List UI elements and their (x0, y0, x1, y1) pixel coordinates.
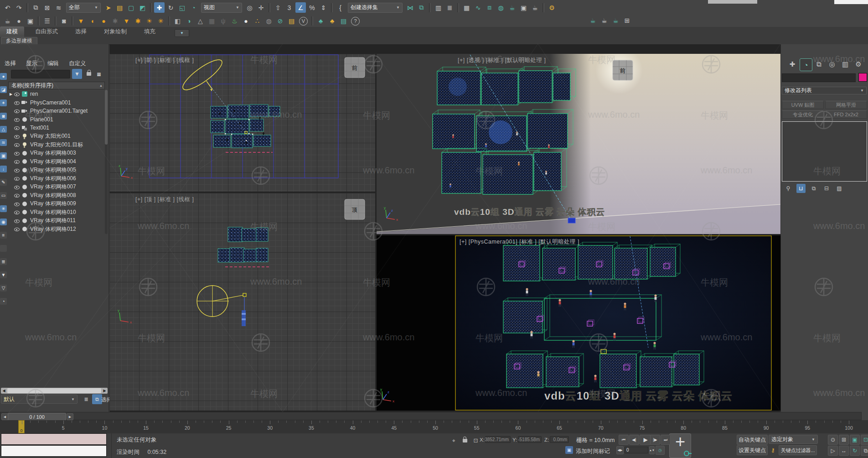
explorer-menu-选择[interactable]: 选择 (5, 60, 16, 68)
viewcube[interactable]: 前 (613, 60, 633, 80)
show-end-result-icon[interactable]: ⊔ (796, 184, 806, 193)
x-field[interactable]: 3852.71mm (485, 436, 511, 443)
isolate-selection-icon[interactable]: ⌖ (450, 436, 458, 445)
filter-containers-icon[interactable]: ▭ (0, 192, 7, 199)
select-manipulate-icon[interactable]: ✛ (256, 2, 266, 13)
align-icon[interactable]: ⧉ (416, 2, 427, 13)
vray-light-ies-icon[interactable]: ▼ (121, 16, 132, 26)
spinner-snap-icon[interactable]: ⇕ (318, 2, 329, 13)
list-item[interactable]: VRay 太阳光001 (8, 132, 105, 141)
zoom-icon[interactable]: ⊙ (828, 435, 838, 445)
render-setup-icon[interactable]: ☕ (507, 2, 517, 13)
viewport-top[interactable]: 顶xy [+] [顶 ] [标准 ] [线框 ] (109, 193, 375, 411)
visibility-eye-icon[interactable] (14, 133, 20, 139)
explorer-menu-显示[interactable]: 显示 (26, 60, 37, 68)
filter-xref-icon[interactable]: ↓ (0, 166, 7, 172)
named-selection-dropdown[interactable]: 创建选择集▼ (348, 3, 403, 13)
ribbon-tab-建模[interactable]: 建模 (0, 26, 24, 37)
visibility-eye-icon[interactable] (14, 209, 20, 215)
tab-polygon-modeling[interactable]: 多边形建模 (1, 37, 37, 44)
ribbon-tab-选择[interactable]: 选择 (69, 26, 93, 37)
list-item[interactable]: VRay 体积网格009 (8, 200, 105, 208)
select-rotate-icon[interactable]: ↻ (165, 2, 176, 13)
visibility-eye-icon[interactable] (14, 226, 20, 232)
y-field[interactable]: -5185.58m (518, 436, 542, 443)
use-pivot-center-icon[interactable]: ◎ (244, 2, 255, 13)
visibility-eye-icon[interactable] (14, 184, 20, 190)
vray-proxy-icon[interactable]: ◧ (172, 16, 183, 26)
visibility-eye-icon[interactable] (14, 176, 20, 182)
list-item[interactable]: ▶ren (8, 90, 105, 99)
list-item[interactable]: VRay 体积网格011 (8, 217, 105, 225)
unlink-icon[interactable]: ⊠ (42, 2, 52, 13)
time-slider-grip[interactable]: 0 / 100 (8, 413, 66, 421)
filter-helpers-icon[interactable]: △ (0, 126, 7, 133)
time-prev-icon[interactable]: ◀ (1, 413, 8, 420)
vray-sun-icon[interactable]: ☀ (144, 16, 155, 26)
frame-spinner[interactable]: ▲▼ (649, 446, 655, 454)
visibility-eye-icon[interactable] (14, 159, 20, 165)
list-item[interactable]: Text001 (8, 124, 105, 132)
keyboard-override-icon[interactable]: ⇧ (273, 2, 283, 13)
vray-asset-browser-icon[interactable]: ▤ (286, 16, 297, 26)
visibility-eye-icon[interactable] (14, 167, 20, 173)
visibility-eye-icon[interactable] (14, 99, 20, 105)
viewport-camera-label[interactable]: [+] [PhysCamera001] [标准 ] [默认明暗处理 ] (460, 238, 579, 246)
toggle-layer-explorer-icon[interactable]: ≣ (444, 2, 455, 13)
visibility-eye-icon[interactable] (14, 125, 20, 131)
modifier-preset-button[interactable]: UVW 贴图 (782, 101, 824, 109)
clock-icon[interactable]: ◔ (0, 298, 7, 305)
ribbon-minimize-icon[interactable]: ▼ (175, 29, 189, 37)
vray-sky-icon[interactable]: ✳ (155, 16, 166, 26)
vray-light-sphere-icon[interactable]: ● (98, 16, 109, 26)
render-cloud-icon[interactable]: ☕ (610, 15, 621, 26)
pan-2d-icon[interactable]: ▷ (828, 446, 838, 456)
bind-spacewarp-icon[interactable]: ≋ (53, 2, 64, 13)
list-detail-icon[interactable]: ≣ (0, 258, 7, 265)
hscroll-thumb[interactable] (7, 388, 101, 393)
viewport-perspective[interactable]: vdb云10组 3D通用 云雾 云朵 体积云前xyz [+] [透视 ] [标准… (377, 54, 780, 234)
vray-color-dots-icon[interactable]: ∴ (252, 16, 263, 26)
tab-create[interactable]: ✚ (786, 58, 798, 70)
track-bar[interactable]: 0 51015202530354045505560657075808590951… (0, 420, 868, 434)
visibility-eye-icon[interactable] (14, 193, 20, 198)
customize-icon[interactable]: ⚙ (547, 2, 557, 13)
hscroll-left-icon[interactable]: ◀ (1, 388, 7, 394)
set-key-button[interactable]: 设置关键点 (737, 445, 768, 455)
render-iterative-icon[interactable]: ☕ (599, 15, 610, 26)
tab-display[interactable]: ▥ (839, 58, 851, 70)
object-name-field[interactable] (782, 73, 856, 82)
ribbon-tab-自由形式[interactable]: 自由形式 (29, 26, 64, 37)
help-icon[interactable]: ? (351, 17, 360, 26)
filter-bitmaps-icon[interactable]: ▣ (0, 152, 7, 159)
filter-visibility-icon[interactable]: ◉ (0, 219, 7, 225)
window-crossing-icon[interactable]: ◩ (137, 2, 148, 13)
pan-hand-icon[interactable]: ↔ (839, 446, 849, 456)
modifier-preset-button[interactable]: 网格平滑 (825, 101, 867, 109)
explorer-search-input[interactable] (11, 70, 70, 78)
explorer-sort-header[interactable]: 名称(按升序排序) ▲ (8, 82, 105, 89)
percent-snap-icon[interactable]: % (307, 2, 317, 13)
vray-sphere-plane-icon[interactable]: ⊘ (275, 16, 285, 26)
list-item[interactable]: VRay 体积网格008 (8, 191, 105, 200)
tab-motion[interactable]: ◎ (826, 58, 838, 70)
filter-lights-icon[interactable]: ✶ (0, 99, 7, 106)
visibility-eye-icon[interactable] (14, 116, 20, 122)
forest-tree-icon[interactable]: ♣ (315, 16, 326, 26)
layers-button[interactable]: ≣ (81, 394, 91, 404)
make-unique-icon[interactable]: ⧉ (809, 184, 818, 193)
vray-grid-icon[interactable]: ▦ (207, 16, 217, 26)
list-view-icon[interactable]: ≡ (0, 232, 7, 239)
go-to-end-button[interactable]: ⏭ (661, 435, 671, 445)
select-move-icon[interactable]: ✚ (154, 2, 165, 13)
select-object-icon[interactable]: ➤ (103, 2, 114, 13)
vray-light-dome-icon[interactable]: ◖ (87, 16, 98, 26)
rendered-frame-icon[interactable]: ▣ (518, 2, 529, 13)
object-color-swatch[interactable] (858, 73, 867, 82)
edit-selection-sets-icon[interactable]: { (335, 2, 346, 13)
render-box-icon[interactable]: ▣ (25, 16, 36, 26)
vray-light-mesh-icon[interactable]: ✱ (133, 16, 143, 26)
selection-scope-dropdown[interactable]: 选定对象 ▼ (769, 435, 818, 444)
list-item[interactable]: VRay 体积网格003 (8, 149, 105, 158)
vray-sphere-icon[interactable]: ◑ (184, 16, 194, 26)
